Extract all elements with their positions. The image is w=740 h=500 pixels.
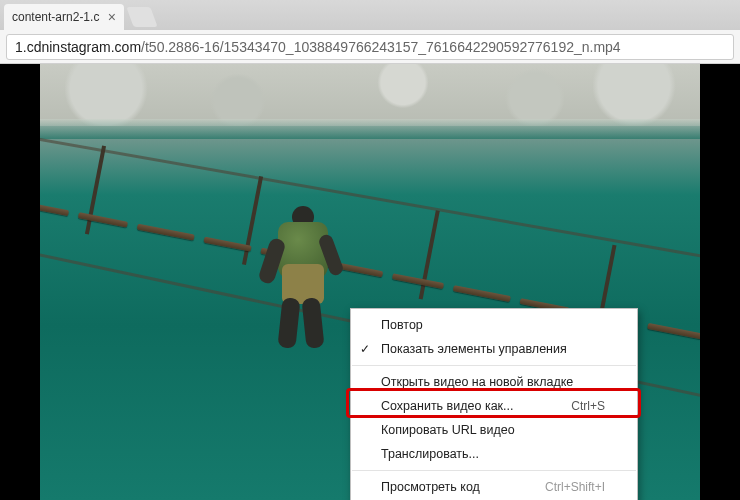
tab-bar: content-arn2-1.c × bbox=[0, 0, 740, 30]
ctx-inspect[interactable]: Просмотреть код Ctrl+Shift+I bbox=[351, 475, 637, 499]
ctx-cast[interactable]: Транслировать... bbox=[351, 442, 637, 466]
browser-tab[interactable]: content-arn2-1.c × bbox=[4, 4, 124, 30]
ctx-show-controls[interactable]: ✓ Показать элементы управления bbox=[351, 337, 637, 361]
scene-shore bbox=[40, 64, 700, 126]
ctx-label: Копировать URL видео bbox=[381, 423, 515, 437]
ctx-copy-url[interactable]: Копировать URL видео bbox=[351, 418, 637, 442]
video-viewport: Повтор ✓ Показать элементы управления От… bbox=[0, 64, 740, 500]
url-input[interactable]: 1.cdninstagram.com/t50.2886-16/15343470_… bbox=[6, 34, 734, 60]
ctx-shortcut: Ctrl+Shift+I bbox=[545, 480, 605, 494]
scene-wateredge bbox=[40, 119, 700, 139]
ctx-label: Показать элементы управления bbox=[381, 342, 567, 356]
ctx-label: Открыть видео на новой вкладке bbox=[381, 375, 573, 389]
ctx-label: Просмотреть код bbox=[381, 480, 480, 494]
ctx-shortcut: Ctrl+S bbox=[571, 399, 605, 413]
url-host: 1.cdninstagram.com bbox=[15, 39, 141, 55]
url-path: /t50.2886-16/15343470_1038849766243157_7… bbox=[141, 39, 621, 55]
close-icon[interactable]: × bbox=[108, 10, 116, 24]
ctx-label: Сохранить видео как... bbox=[381, 399, 513, 413]
scene-person bbox=[250, 204, 350, 354]
ctx-loop[interactable]: Повтор bbox=[351, 313, 637, 337]
ctx-label: Транслировать... bbox=[381, 447, 479, 461]
ctx-save-as[interactable]: Сохранить видео как... Ctrl+S bbox=[351, 394, 637, 418]
check-icon: ✓ bbox=[360, 342, 370, 356]
context-menu: Повтор ✓ Показать элементы управления От… bbox=[350, 308, 638, 500]
ctx-label: Повтор bbox=[381, 318, 423, 332]
new-tab-button[interactable] bbox=[126, 7, 157, 27]
address-bar: 1.cdninstagram.com/t50.2886-16/15343470_… bbox=[0, 30, 740, 64]
menu-separator bbox=[352, 365, 636, 366]
ctx-open-new-tab[interactable]: Открыть видео на новой вкладке bbox=[351, 370, 637, 394]
tab-title: content-arn2-1.c bbox=[12, 10, 104, 24]
menu-separator bbox=[352, 470, 636, 471]
